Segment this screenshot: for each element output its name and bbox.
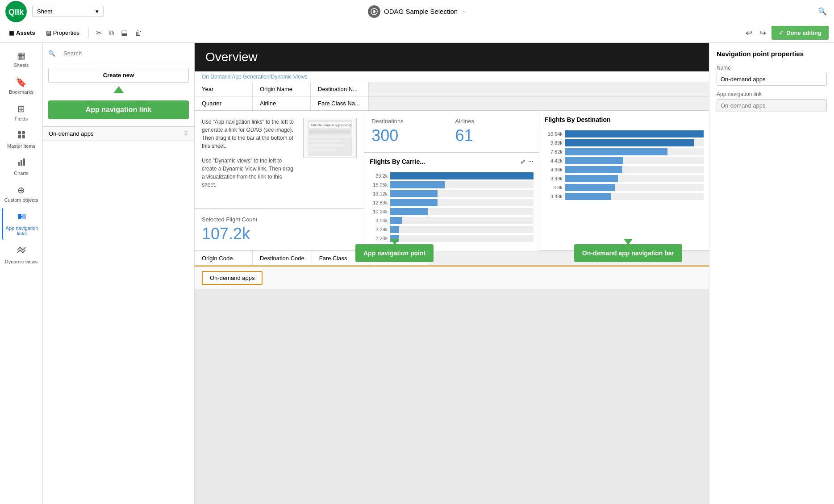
tooltip-app-nav-point: App navigation point <box>355 244 434 262</box>
filter-airline[interactable]: Airline <box>253 96 311 110</box>
assets-label: Assets <box>16 29 35 36</box>
done-editing-button[interactable]: ✓ Done editing <box>771 26 829 40</box>
svg-rect-18 <box>309 135 350 138</box>
master-items-icon <box>17 130 26 142</box>
create-new-button[interactable]: Create new <box>48 68 189 83</box>
chart1-bar-3-bg <box>390 199 534 206</box>
redo-button[interactable]: ↪ <box>758 26 768 40</box>
sidebar-item-bookmarks-label: Bookmarks <box>9 89 33 95</box>
filter-fare-class-na[interactable]: Fare Class Na... <box>311 96 369 110</box>
left-sidebar: ▦ Sheets 🔖 Bookmarks ⊞ Fields Master ite… <box>0 43 43 504</box>
filter-origin-code[interactable]: Origin Code <box>195 251 253 265</box>
name-prop-input[interactable] <box>717 73 827 86</box>
kpi-flight-count-label: Selected Flight Count <box>202 216 357 223</box>
chart2-bars: 10.54k 9.83k 7.82k <box>545 127 704 204</box>
instruction-p2: Use "Dynamic views" to the left to creat… <box>202 157 296 189</box>
sidebar-item-dynamic-views-label: Dynamic views <box>5 259 38 264</box>
chart1-bar-4-label: 10.24k <box>370 209 388 214</box>
sidebar-item-master-items[interactable]: Master items <box>2 127 41 152</box>
search-button[interactable]: 🔍 <box>816 5 829 17</box>
svg-rect-5 <box>22 131 25 134</box>
assets-panel: 🔍 Create new App navigation link On-dema… <box>43 43 195 504</box>
kpi-airlines-value: 61 <box>455 126 532 145</box>
checkmark-icon: ✓ <box>779 29 784 36</box>
svg-rect-17 <box>309 130 350 133</box>
chart2-bar-0: 10.54k <box>545 130 704 137</box>
panel-item-on-demand-apps[interactable]: On-demand apps ⠿ <box>43 126 194 141</box>
sidebar-item-sheets[interactable]: ▦ Sheets <box>2 46 41 71</box>
chart2-bar-2-fill <box>565 148 668 155</box>
sidebar-item-custom-objects[interactable]: ⊕ Custom objects <box>2 181 41 206</box>
cut-button[interactable]: ✂ <box>94 27 104 39</box>
app-nav-link-prop-label: App navigation link <box>717 91 827 97</box>
sheet-title: Overview <box>205 50 258 64</box>
sheets-icon: ▦ <box>17 50 25 61</box>
chart2-bar-4-fill <box>565 166 622 173</box>
sidebar-item-app-nav-links[interactable]: App navigation links <box>2 208 41 240</box>
panel-search-icon: 🔍 <box>48 50 55 57</box>
chart2-title-row: Flights By Destination <box>545 116 704 123</box>
chart2-title: Flights By Destination <box>545 116 611 123</box>
nav-point-button[interactable]: On-demand apps <box>202 271 263 285</box>
more-icon[interactable]: ··· <box>461 8 466 15</box>
sidebar-item-fields[interactable]: ⊞ Fields <box>2 100 41 125</box>
assets-tab[interactable]: ▦ Assets <box>5 28 39 38</box>
chart1-title-row: Flights By Carrie... ⤢ ··· <box>370 158 534 165</box>
undo-button[interactable]: ↩ <box>744 26 754 40</box>
chart1-bar-5-fill <box>390 217 402 224</box>
filter-origin-name[interactable]: Origin Name <box>253 82 311 96</box>
chart2-bar-0-label: 10.54k <box>545 131 563 137</box>
app-navigation-link-button[interactable]: App navigation link <box>48 100 189 119</box>
chart1-bar-4-fill <box>390 208 427 215</box>
chart1-bar-6-fill <box>390 226 399 233</box>
main-layout: ▦ Sheets 🔖 Bookmarks ⊞ Fields Master ite… <box>0 43 834 504</box>
filter-quarter[interactable]: Quarter <box>195 96 253 110</box>
chart2-bar-6: 3.8k <box>545 184 704 191</box>
kpi-airlines-cell: Airlines 61 <box>455 118 532 145</box>
chart2-bar-2-label: 7.82k <box>545 149 563 154</box>
chart1-bar-6-label: 2.39k <box>370 227 388 232</box>
kpi-airlines-label: Airlines <box>455 118 532 125</box>
panel-item-dots-icon[interactable]: ⠿ <box>184 130 188 137</box>
chart1-bar-5-label: 3.04k <box>370 218 388 223</box>
sidebar-item-bookmarks[interactable]: 🔖 Bookmarks <box>2 73 41 98</box>
app-title: ODAG Sample Selection <box>384 8 458 15</box>
chart1-bar-6-bg <box>390 226 534 233</box>
svg-rect-9 <box>21 160 22 166</box>
chart1-bar-0-fill <box>390 172 534 179</box>
right-col: Flights By Destination 10.54k 9.83k <box>539 111 709 251</box>
sidebar-item-dynamic-views[interactable]: Dynamic views <box>2 242 41 268</box>
panel-search-container: 🔍 <box>43 43 194 64</box>
top-bar: Qlik Sheet ▾ ODAG Sample Selection ··· 🔍 <box>0 0 834 23</box>
filter-destination-code[interactable]: Destination Code <box>253 251 312 265</box>
svg-rect-19 <box>309 140 341 142</box>
paste-button[interactable]: ⬓ <box>119 27 129 39</box>
properties-tab[interactable]: ▤ Properties <box>42 28 83 38</box>
odag-link[interactable]: On Demand App Generation/Dynamic Views <box>202 74 308 80</box>
top-center: ODAG Sample Selection ··· <box>368 5 466 18</box>
filter-destination-n[interactable]: Destination N... <box>311 82 369 96</box>
chart2-bar-3-label: 4.42k <box>545 158 563 163</box>
expand-icon[interactable]: ⤢ <box>520 158 525 165</box>
chart2-bar-6-label: 3.8k <box>545 185 563 190</box>
done-editing-label: Done editing <box>786 29 821 36</box>
copy-button[interactable]: ⧉ <box>107 27 116 39</box>
odag-link-row: On Demand App Generation/Dynamic Views <box>195 71 709 82</box>
chart1-bars: 39.2k 15.05k 13.12k <box>370 169 534 246</box>
sheet-selector[interactable]: Sheet ▾ <box>32 6 104 17</box>
sidebar-item-custom-objects-label: Custom objects <box>4 197 38 203</box>
chart2-bar-3-bg <box>565 157 704 164</box>
chart1-bar-4: 10.24k <box>370 208 534 215</box>
middle-col: Destinations 300 Airlines 61 Flights By … <box>364 111 539 251</box>
chart2-bar-7: 3.48k <box>545 193 704 200</box>
grid-icon: ▦ <box>9 29 14 36</box>
panel-search-input[interactable] <box>58 46 189 60</box>
chart1-bar-0-bg <box>390 172 534 179</box>
sidebar-item-charts[interactable]: Charts <box>2 154 41 179</box>
svg-rect-12 <box>22 214 26 219</box>
options-icon[interactable]: ··· <box>528 158 534 165</box>
filter-year[interactable]: Year <box>195 82 253 96</box>
sidebar-item-master-items-label: Master items <box>7 143 35 149</box>
delete-button[interactable]: 🗑 <box>133 27 144 39</box>
chart1-bar-2-label: 13.12k <box>370 191 388 196</box>
